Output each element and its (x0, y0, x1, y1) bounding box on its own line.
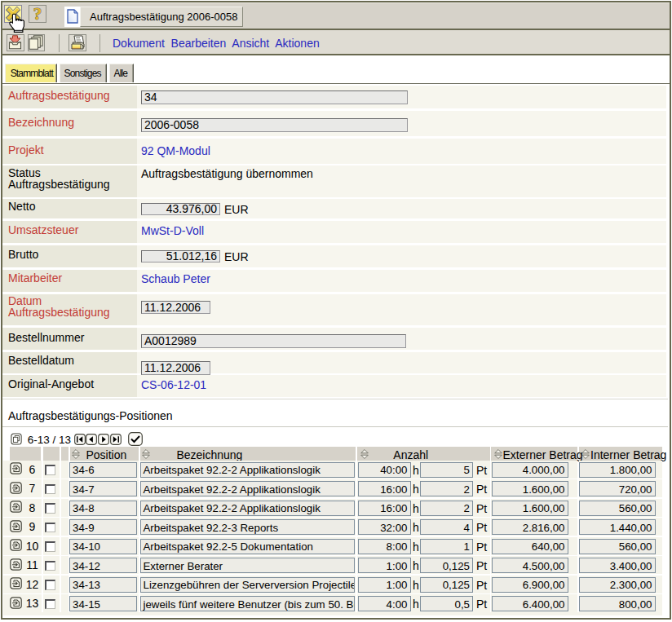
svg-text:?: ? (33, 6, 42, 22)
